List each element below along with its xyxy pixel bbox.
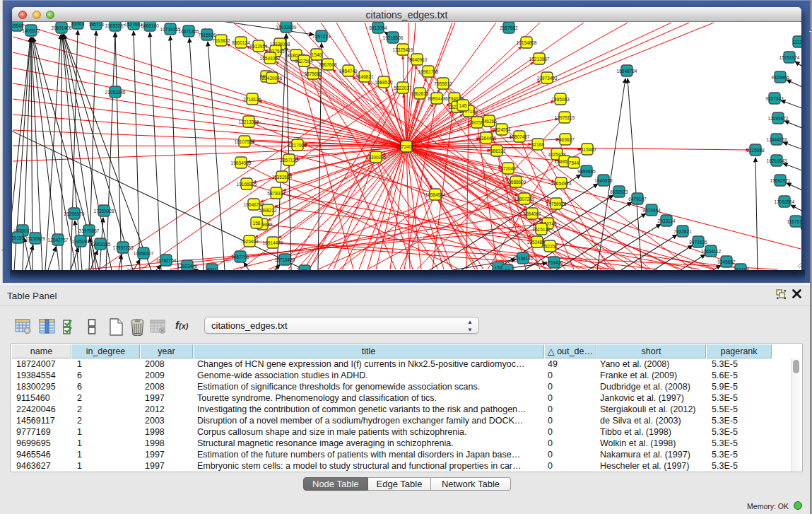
svg-text:10046798: 10046798	[244, 202, 264, 207]
svg-text:13325419: 13325419	[393, 47, 413, 52]
svg-text:10958107: 10958107	[134, 251, 154, 256]
svg-text:18807249: 18807249	[514, 197, 535, 201]
svg-text:2718126: 2718126	[243, 97, 261, 102]
svg-text:7515526: 7515526	[198, 33, 216, 37]
svg-text:1546: 1546	[312, 52, 322, 57]
svg-text:17957223: 17957223	[113, 245, 134, 250]
svg-text:19654985: 19654985	[231, 160, 252, 165]
svg-text:8938923: 8938923	[610, 189, 628, 194]
svg-text:10719155: 10719155	[160, 27, 181, 32]
svg-text:62160: 62160	[531, 142, 544, 147]
svg-text:746266: 746266	[481, 119, 497, 124]
svg-text:7986322: 7986322	[488, 148, 506, 153]
svg-text:16210643: 16210643	[767, 158, 787, 163]
svg-text:19218506: 19218506	[383, 35, 404, 40]
svg-text:11353594: 11353594	[272, 175, 293, 180]
svg-text:15720407: 15720407	[498, 166, 519, 171]
svg-text:12975115: 12975115	[555, 115, 575, 120]
svg-text:10688609: 10688609	[506, 180, 526, 185]
svg-text:7485063: 7485063	[551, 97, 570, 102]
svg-text:14136141: 14136141	[513, 256, 534, 261]
svg-text:7932621: 7932621	[673, 229, 692, 234]
svg-text:5498222: 5498222	[259, 208, 277, 213]
svg-text:8454749: 8454749	[339, 69, 358, 74]
svg-text:1753426: 1753426	[545, 260, 563, 265]
svg-text:9115460: 9115460	[579, 147, 596, 152]
svg-text:9899695: 9899695	[577, 169, 596, 174]
svg-text:16033809: 16033809	[276, 25, 297, 30]
svg-text:15692971: 15692971	[770, 178, 791, 183]
svg-text:5822037: 5822037	[394, 86, 412, 90]
svg-text:3824554: 3824554	[493, 127, 511, 132]
svg-text:16961758: 16961758	[418, 69, 439, 74]
svg-text:12923448: 12923448	[177, 264, 198, 269]
svg-text:2933114: 2933114	[658, 218, 676, 223]
svg-text:11156829: 11156829	[25, 236, 45, 241]
svg-text:7955812: 7955812	[434, 81, 452, 86]
svg-text:145: 145	[459, 103, 467, 108]
svg-text:7357224: 7357224	[312, 34, 331, 39]
svg-text:81003: 81003	[71, 22, 84, 26]
svg-text:33975867: 33975867	[79, 228, 100, 233]
svg-text:1145193: 1145193	[72, 239, 90, 244]
svg-text:9327504: 9327504	[295, 59, 313, 64]
svg-text:3084067: 3084067	[523, 211, 541, 216]
svg-text:12444153: 12444153	[767, 137, 787, 142]
svg-text:9227343: 9227343	[765, 96, 784, 101]
svg-text:19654923: 19654923	[551, 181, 572, 186]
svg-text:12942757: 12942757	[48, 238, 69, 243]
svg-text:10154808: 10154808	[517, 40, 537, 45]
svg-text:6479197: 6479197	[628, 197, 647, 201]
svg-text:12093872: 12093872	[768, 116, 789, 121]
svg-text:8471626: 8471626	[689, 240, 707, 245]
svg-text:10653267: 10653267	[105, 23, 126, 28]
svg-text:15716485: 15716485	[275, 257, 295, 262]
svg-text:8990448: 8990448	[428, 96, 446, 101]
svg-text:3875685: 3875685	[304, 71, 322, 76]
svg-text:195713: 195713	[88, 22, 104, 27]
svg-text:1588520: 1588520	[375, 80, 393, 85]
svg-text:8660124: 8660124	[232, 40, 250, 45]
svg-text:3215958: 3215958	[746, 148, 765, 153]
svg-text:10654112: 10654112	[701, 249, 722, 254]
svg-text:20364436: 20364436	[476, 136, 497, 141]
svg-text:6466160: 6466160	[141, 23, 159, 28]
svg-text:16648784: 16648784	[617, 69, 637, 74]
svg-text:8813054: 8813054	[369, 25, 387, 30]
svg-text:9474444: 9474444	[642, 208, 661, 213]
svg-text:7544: 7544	[569, 160, 579, 165]
svg-text:17016504: 17016504	[775, 199, 795, 204]
svg-text:16640910: 16640910	[407, 57, 428, 62]
svg-text:9245652: 9245652	[717, 259, 736, 264]
svg-text:1362615: 1362615	[411, 91, 429, 96]
svg-text:22420046: 22420046	[262, 76, 283, 81]
svg-text:19166825: 19166825	[237, 182, 257, 187]
svg-text:1405572: 1405572	[22, 28, 40, 33]
svg-text:15751074: 15751074	[779, 55, 800, 60]
svg-text:16914479: 16914479	[263, 240, 283, 245]
svg-text:1615132: 1615132	[532, 227, 551, 232]
svg-text:39153: 39153	[12, 235, 24, 240]
svg-text:18300295: 18300295	[366, 155, 387, 160]
svg-text:11123: 11123	[792, 40, 801, 45]
svg-text:2087682: 2087682	[500, 25, 518, 30]
svg-text:18640: 18640	[12, 23, 23, 28]
svg-text:1217006: 1217006	[288, 143, 307, 148]
svg-text:7625402: 7625402	[240, 239, 259, 244]
svg-text:20691406: 20691406	[52, 25, 72, 30]
svg-text:17359928: 17359928	[94, 209, 114, 214]
svg-text:1527602: 1527602	[124, 22, 143, 27]
svg-text:158: 158	[253, 221, 261, 226]
svg-text:21053346: 21053346	[105, 90, 126, 95]
svg-text:12213369: 12213369	[239, 119, 259, 124]
svg-text:8912954: 8912954	[249, 44, 268, 49]
svg-text:9463627: 9463627	[556, 137, 575, 142]
svg-text:1640935: 1640935	[594, 178, 613, 183]
svg-text:19384554: 19384554	[425, 192, 446, 197]
svg-text:20206576: 20206576	[64, 211, 85, 216]
svg-text:9146821: 9146821	[355, 74, 374, 79]
svg-text:12213967: 12213967	[529, 57, 550, 62]
svg-text:10973493: 10973493	[537, 76, 558, 81]
svg-text:252254: 252254	[542, 244, 558, 249]
svg-text:9457791: 9457791	[231, 255, 249, 259]
